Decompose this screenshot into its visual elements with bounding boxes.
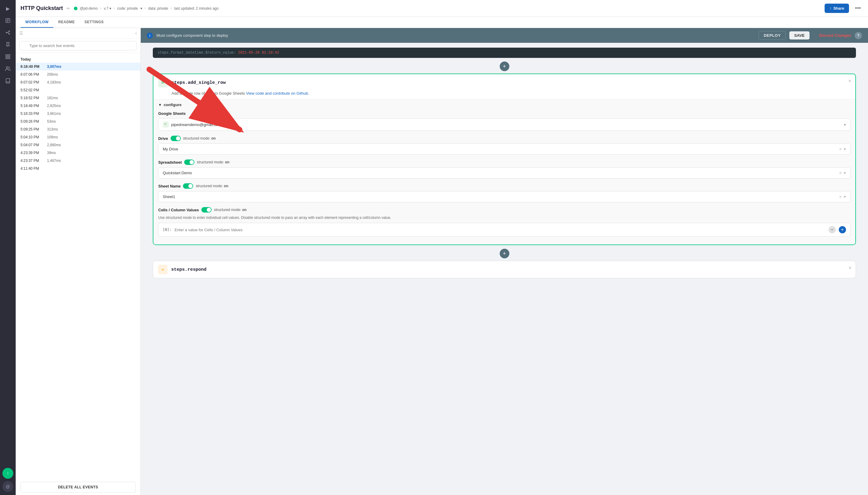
sidebar-log-btn[interactable]	[2, 15, 13, 26]
chevron-down-icon[interactable]: ▾	[844, 194, 846, 199]
google-sheets-dropdown[interactable]: pipedreamdemo@gmail.com ▾	[158, 118, 851, 131]
sidebar-expand-btn[interactable]: ▶	[2, 3, 13, 14]
sidebar-route-btn[interactable]	[2, 27, 13, 38]
upgrade-btn[interactable]: ↑	[2, 468, 13, 479]
event-row[interactable]: 5:18:52 PM 181ms	[16, 94, 140, 102]
edit-icon[interactable]: ✏	[67, 6, 70, 11]
drive-field: Drive structured mode: on My Dr	[158, 136, 851, 155]
app-title: HTTP Quickstart	[20, 5, 63, 12]
event-row[interactable]: 4:11:40 PM	[16, 165, 140, 172]
events-panel: ☰ ‹ 🔍 Today 6:16:40 PM 3,007ms 6:07:06 P…	[16, 28, 141, 495]
plus-circle-icon-2[interactable]: +	[500, 249, 509, 258]
menu-icon[interactable]: ☰	[19, 31, 23, 36]
clear-icon[interactable]: ×	[839, 194, 841, 199]
event-duration: 4,183ms	[47, 80, 61, 84]
step-link[interactable]: View code and contribute on Github.	[246, 91, 309, 96]
tab-readme[interactable]: README	[53, 17, 80, 28]
event-row[interactable]: 5:52:02 PM	[16, 86, 140, 94]
event-time: 4:23:37 PM	[20, 158, 45, 163]
svg-rect-10	[6, 57, 7, 59]
configure-label: configure	[164, 102, 181, 107]
event-row[interactable]: 5:16:33 PM 3,861ms	[16, 110, 140, 118]
event-row[interactable]: 4:23:37 PM 1,467ms	[16, 157, 140, 165]
remove-cell-button[interactable]: −	[829, 226, 836, 233]
status-dot	[74, 7, 77, 10]
code-chevron[interactable]: ▾	[140, 6, 142, 11]
google-sheets-label: Google Sheets	[158, 111, 851, 116]
tab-workflow[interactable]: WORKFLOW	[20, 17, 53, 28]
version-chevron: ▾	[109, 6, 111, 11]
delete-all-button[interactable]: DELETE ALL EVENTS	[20, 482, 136, 493]
step-description: Add a single row of data to Google Sheet…	[153, 91, 855, 99]
version-label: v.7	[104, 6, 108, 11]
sidebar-users-btn[interactable]	[2, 63, 13, 74]
share-label: Share	[833, 6, 844, 11]
event-row[interactable]: 6:07:02 PM 4,183ms	[16, 79, 140, 86]
event-row[interactable]: 6:07:06 PM 206ms	[16, 70, 140, 79]
spreadsheet-value: Quickstart Demo	[163, 171, 192, 175]
event-row[interactable]: 5:18:49 PM 2,825ms	[16, 102, 140, 110]
clear-icon[interactable]: ×	[839, 147, 841, 151]
event-row[interactable]: 4:23:39 PM 39ms	[16, 149, 140, 157]
collapse-icon[interactable]: ‹	[135, 31, 137, 36]
step-respond-name: steps.respond	[171, 267, 206, 272]
event-row[interactable]: 5:04:07 PM 2,880ms	[16, 141, 140, 149]
search-input[interactable]	[19, 41, 137, 50]
sidebar-grid-btn[interactable]	[2, 51, 13, 62]
step-close-icon[interactable]: ×	[848, 79, 851, 84]
event-row[interactable]: 5:04:10 PM 109ms	[16, 133, 140, 141]
chevron-down-icon[interactable]: ▾	[844, 171, 846, 175]
version-badge[interactable]: v.7 ▾	[104, 6, 111, 11]
step-card-header: steps.add_single_row ×	[153, 74, 855, 91]
event-row[interactable]: 5:09:26 PM 53ms	[16, 118, 140, 125]
svg-point-22	[160, 267, 166, 272]
event-row[interactable]: 5:09:25 PM 313ms	[16, 125, 140, 133]
google-sheets-field: Google Sheets	[158, 111, 851, 131]
event-time: 5:52:02 PM	[20, 88, 45, 92]
more-button[interactable]: •••	[853, 4, 863, 13]
help-button[interactable]: ?	[855, 32, 862, 39]
spreadsheet-mode-label: structured mode: on	[197, 160, 229, 164]
event-duration: 39ms	[47, 151, 56, 155]
deploy-button[interactable]: DEPLOY	[759, 31, 786, 40]
spreadsheet-toggle[interactable]	[184, 159, 194, 165]
event-duration: 53ms	[47, 119, 56, 124]
event-time: 5:09:25 PM	[20, 127, 45, 132]
field-actions: × ▾	[839, 194, 846, 199]
code-visibility: code: private	[117, 6, 138, 11]
sheet-name-toggle[interactable]	[183, 183, 193, 189]
svg-rect-21	[164, 124, 166, 125]
sidebar-pin-btn[interactable]	[2, 39, 13, 50]
top-header: HTTP Quickstart ✏ @pd-demo • v.7 ▾ • cod…	[16, 0, 868, 17]
svg-point-12	[6, 67, 8, 68]
add-step-btn-top[interactable]: +	[153, 62, 856, 71]
configure-section: ▼ configure Google Sheets	[153, 99, 855, 244]
step-add-single-row-card: steps.add_single_row × Add a single row …	[153, 73, 856, 245]
add-cell-button[interactable]: +	[839, 226, 846, 233]
tab-settings[interactable]: SETTINGS	[80, 17, 108, 28]
user-label: @pd-demo	[80, 6, 98, 11]
drive-toggle[interactable]	[171, 136, 181, 141]
sheet-name-field: Sheet Name structured mode: on	[158, 183, 851, 202]
workflow-panel: i Must configure component step to deplo…	[141, 28, 868, 495]
sidebar-nav: ▶ ↑ @	[0, 0, 16, 495]
svg-point-6	[9, 33, 10, 34]
event-row[interactable]: 6:16:40 PM 3,007ms	[16, 63, 140, 70]
save-button[interactable]: SAVE	[789, 31, 809, 39]
spreadsheet-value-field: Quickstart Demo × ▾	[158, 167, 851, 178]
configure-toggle[interactable]: ▼ configure	[158, 102, 851, 107]
cells-input[interactable]	[174, 227, 826, 232]
add-step-btn-bottom[interactable]: +	[153, 249, 856, 258]
clear-icon[interactable]: ×	[839, 171, 841, 175]
plus-circle-icon[interactable]: +	[500, 62, 509, 71]
info-icon: i	[147, 33, 153, 39]
drive-mode-label: structured mode: on	[183, 136, 216, 140]
step-respond-close-icon[interactable]: ×	[849, 265, 851, 271]
cells-toggle[interactable]	[201, 207, 212, 212]
share-button[interactable]: ↑ Share	[824, 4, 849, 13]
sidebar-book-btn[interactable]	[2, 75, 13, 86]
user-avatar[interactable]: @	[2, 481, 13, 492]
chevron-down-icon[interactable]: ▾	[844, 147, 846, 151]
field-actions: × ▾	[839, 147, 846, 151]
discard-button[interactable]: Discard Changes	[819, 33, 851, 38]
